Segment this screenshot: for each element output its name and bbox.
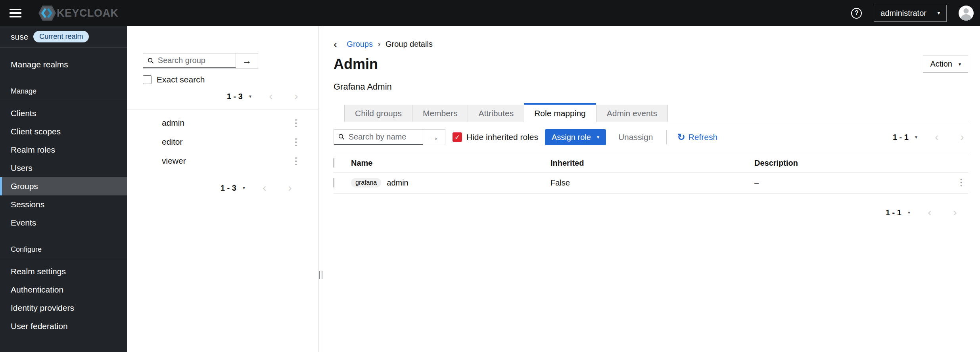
masthead: KEYCLOAK ? administrator ▾ (0, 0, 980, 26)
panel-resize-splitter[interactable] (318, 26, 323, 352)
pagination-next-icon[interactable]: › (284, 183, 296, 193)
sidebar-item-realm-settings[interactable]: Realm settings (0, 262, 127, 281)
group-details-page: ‹ Groups › Group details Admin Action ▾ … (323, 26, 980, 352)
tab-child-groups[interactable]: Child groups (344, 105, 412, 122)
realm-selector[interactable]: suse Current realm (0, 26, 127, 48)
realm-name: suse (11, 32, 28, 42)
pagination-next-icon[interactable]: › (290, 92, 302, 101)
group-row-admin[interactable]: admin ⋮ (127, 113, 318, 132)
keycloak-brand[interactable]: KEYCLOAK (38, 5, 119, 21)
group-description: Grafana Admin (334, 82, 968, 92)
breadcrumb-current: Group details (385, 40, 433, 49)
role-description: – (754, 172, 952, 193)
page-title: Admin (334, 56, 378, 73)
row-checkbox[interactable] (334, 178, 334, 187)
sidebar-item-identity-providers[interactable]: Identity providers (0, 299, 127, 317)
refresh-button[interactable]: ↻ Refresh (677, 132, 717, 142)
column-header-name: Name (351, 154, 550, 172)
sidebar-section-configure: Configure (0, 245, 127, 259)
sidebar-item-client-scopes[interactable]: Client scopes (0, 122, 127, 141)
group-list: admin ⋮ editor ⋮ viewer ⋮ (127, 109, 318, 170)
refresh-icon: ↻ (677, 133, 685, 141)
pagination-prev-icon[interactable]: ‹ (259, 183, 270, 193)
avatar[interactable] (959, 6, 974, 21)
sidebar-item-realm-roles[interactable]: Realm roles (0, 141, 127, 159)
sidebar-item-clients[interactable]: Clients (0, 104, 127, 122)
group-name: admin (162, 118, 184, 128)
keycloak-admin-console: KEYCLOAK ? administrator ▾ suse Current … (0, 0, 980, 352)
pagination-prev-icon[interactable]: ‹ (924, 208, 936, 217)
tab-admin-events[interactable]: Admin events (596, 105, 668, 122)
pagination-options-caret-icon[interactable]: ▾ (249, 94, 251, 99)
tab-members[interactable]: Members (412, 105, 468, 122)
pagination-options-caret-icon[interactable]: ▾ (908, 210, 910, 215)
arrow-right-icon: → (430, 132, 439, 142)
sidebar-item-groups[interactable]: Groups (0, 177, 127, 195)
kebab-menu-icon[interactable]: ⋮ (957, 178, 966, 187)
kebab-menu-icon[interactable]: ⋮ (292, 157, 301, 166)
tab-role-mapping[interactable]: Role mapping (524, 103, 596, 122)
sidebar-item-sessions[interactable]: Sessions (0, 195, 127, 214)
role-search-input[interactable] (349, 132, 418, 142)
select-all-checkbox[interactable] (334, 158, 334, 168)
hide-inherited-roles-label: Hide inherited roles (466, 132, 538, 142)
sidebar-item-user-federation[interactable]: User federation (0, 317, 127, 335)
hide-inherited-roles-checkbox[interactable]: ✓ (453, 132, 462, 142)
caret-down-icon: ▾ (938, 10, 940, 16)
pagination-prev-icon[interactable]: ‹ (265, 92, 277, 101)
kebab-menu-icon[interactable]: ⋮ (292, 138, 301, 147)
kebab-menu-icon[interactable]: ⋮ (292, 119, 301, 128)
column-header-inherited: Inherited (550, 154, 754, 172)
resize-grip-icon (319, 271, 322, 279)
breadcrumb: ‹ Groups › Group details (334, 40, 968, 49)
back-chevron-icon[interactable]: ‹ (334, 40, 337, 48)
arrow-right-icon: → (242, 55, 251, 66)
current-realm-badge: Current realm (33, 31, 89, 42)
pagination-next-icon[interactable]: › (956, 132, 968, 142)
column-header-description: Description (754, 154, 952, 172)
groups-pagination-top: 1 - 3 ▾ ‹ › (127, 92, 318, 101)
tab-attributes[interactable]: Attributes (468, 105, 524, 122)
pagination-range: 1 - 3 (227, 92, 243, 101)
pagination-prev-icon[interactable]: ‹ (931, 132, 943, 142)
role-inherited: False (550, 172, 754, 193)
help-icon[interactable]: ? (851, 8, 862, 19)
group-row-editor[interactable]: editor ⋮ (127, 132, 318, 151)
exact-search-label: Exact search (157, 75, 205, 84)
table-row: grafana admin False – ⋮ (334, 172, 968, 193)
pagination-range: 1 - 1 (893, 133, 909, 142)
brand-title: KEYCLOAK (57, 7, 119, 19)
role-search-submit-button[interactable]: → (423, 130, 445, 145)
sidebar-item-users[interactable]: Users (0, 159, 127, 177)
groups-tree-panel: → Exact search 1 - 3 ▾ ‹ › admin ⋮ e (127, 26, 318, 352)
title-row: Admin Action ▾ (334, 55, 968, 73)
unassign-button[interactable]: Unassign (618, 132, 653, 142)
pagination-range: 1 - 1 (886, 208, 901, 217)
roles-pagination-bottom: 1 - 1 ▾ ‹ › (334, 208, 968, 217)
exact-search-row: Exact search (143, 75, 318, 84)
role-mapping-toolbar: → ✓ Hide inherited roles Assign role ▾ U… (334, 129, 968, 145)
assign-role-button[interactable]: Assign role ▾ (545, 129, 606, 145)
group-search-submit-button[interactable]: → (236, 54, 258, 68)
group-search-input[interactable] (158, 56, 231, 65)
pagination-range: 1 - 3 (221, 184, 236, 193)
group-row-viewer[interactable]: viewer ⋮ (127, 151, 318, 170)
pagination-options-caret-icon[interactable]: ▾ (915, 134, 917, 140)
exact-search-checkbox[interactable] (143, 75, 152, 84)
pagination-options-caret-icon[interactable]: ▾ (243, 185, 245, 191)
sidebar-item-events[interactable]: Events (0, 214, 127, 232)
tab-bar: Child groups Members Attributes Role map… (334, 103, 968, 122)
caret-down-icon: ▾ (597, 134, 599, 140)
action-dropdown-button[interactable]: Action ▾ (923, 55, 968, 73)
check-icon: ✓ (455, 133, 460, 142)
nav-toggle-button[interactable] (10, 9, 21, 17)
user-dropdown[interactable]: administrator ▾ (874, 5, 947, 22)
sidebar-item-manage-realms[interactable]: Manage realms (0, 55, 127, 74)
pagination-next-icon[interactable]: › (949, 208, 961, 217)
client-badge: grafana (351, 178, 381, 187)
group-name: viewer (162, 156, 186, 166)
sidebar-item-authentication[interactable]: Authentication (0, 281, 127, 299)
roles-pagination-top: 1 - 1 ▾ ‹ › (893, 132, 968, 142)
breadcrumb-groups-link[interactable]: Groups (347, 40, 373, 49)
groups-pagination-bottom: 1 - 3 ▾ ‹ › (127, 183, 318, 193)
